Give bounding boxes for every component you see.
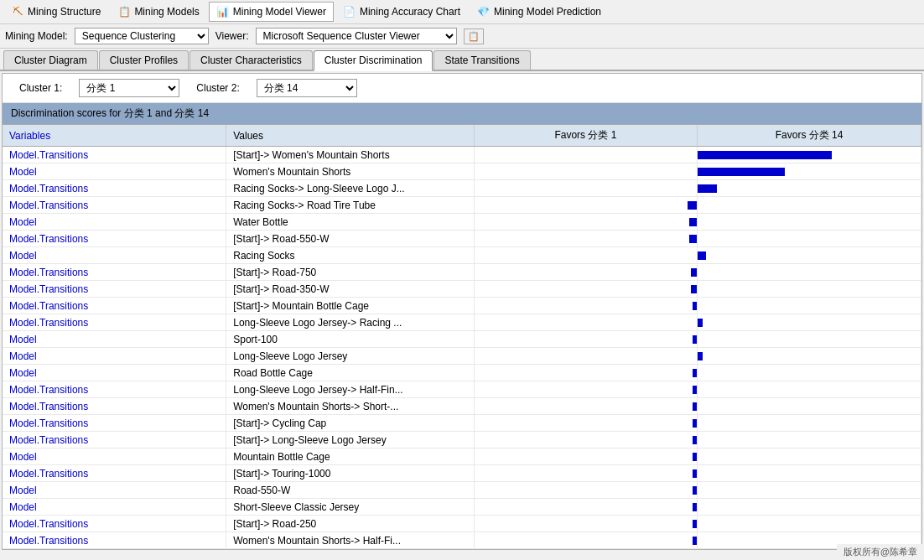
discrimination-header: Discrimination scores for 分类 1 and 分类 14 xyxy=(3,103,921,125)
tab-mining-prediction-label: Mining Model Prediction xyxy=(494,6,601,18)
cell-value: Women's Mountain Shorts xyxy=(226,163,474,180)
cell-favors1 xyxy=(474,231,698,247)
table-body: Model.Transitions[Start]-> Women's Mount… xyxy=(3,147,921,549)
table-row: ModelShort-Sleeve Classic Jersey xyxy=(3,499,921,516)
discrimination-header-text: Discrimination scores for 分类 1 and 分类 14 xyxy=(11,107,209,119)
cell-favors14 xyxy=(698,465,921,482)
tab-mining-model-viewer[interactable]: 📊 Mining Model Viewer xyxy=(209,2,334,22)
cell-favors14 xyxy=(698,482,921,499)
sub-tabs: Cluster Diagram Cluster Profiles Cluster… xyxy=(0,49,924,71)
cell-variable: Model.Transitions xyxy=(3,231,226,247)
cell-value: [Start]-> Road-550-W xyxy=(226,231,474,247)
cell-favors14 xyxy=(698,432,921,449)
col-header-favors14: Favors 分类 14 xyxy=(698,125,921,147)
cell-variable: Model xyxy=(3,449,226,465)
model-row: Mining Model: Sequence Clustering Viewer… xyxy=(0,24,924,49)
sub-tab-cluster-diagram[interactable]: Cluster Diagram xyxy=(3,50,98,70)
col-header-favors1: Favors 分类 1 xyxy=(474,125,698,147)
cell-variable: Model.Transitions xyxy=(3,264,226,281)
col-header-variables: Variables xyxy=(3,125,226,147)
cell-value: [Start]-> Mountain Bottle Cage xyxy=(226,298,474,314)
cell-favors1 xyxy=(474,532,698,549)
cell-value: Road-550-W xyxy=(226,482,474,499)
cell-favors1 xyxy=(474,499,698,516)
cell-value: [Start]-> Women's Mountain Shorts xyxy=(226,147,474,163)
tab-mining-models[interactable]: 📋 Mining Models xyxy=(110,2,206,22)
cluster2-select[interactable]: 分类 14 xyxy=(257,79,357,97)
col-header-values: Values xyxy=(226,125,474,147)
sub-tab-cluster-discrimination[interactable]: Cluster Discrimination xyxy=(314,50,433,71)
table-row: ModelWater Bottle xyxy=(3,214,921,231)
sub-tab-state-transitions[interactable]: State Transitions xyxy=(433,50,530,70)
mining-model-label: Mining Model: xyxy=(5,30,68,42)
cell-favors1 xyxy=(474,398,698,415)
tab-mining-structure[interactable]: ⛏ Mining Structure xyxy=(3,2,108,22)
cell-value: [Start]-> Touring-1000 xyxy=(226,465,474,482)
table-row: ModelMountain Bottle Cage xyxy=(3,449,921,465)
cell-favors1 xyxy=(474,381,698,398)
cluster-selector-row: Cluster 1: 分类 1 Cluster 2: 分类 14 xyxy=(3,74,921,103)
cell-favors14 xyxy=(698,264,921,281)
discrimination-table: Variables Values Favors 分类 1 Favors 分类 1… xyxy=(3,125,921,549)
cell-value: [Start]-> Cycling Cap xyxy=(226,415,474,432)
mining-accuracy-icon: 📄 xyxy=(343,5,356,18)
cell-value: Racing Socks-> Long-Sleeve Logo J... xyxy=(226,180,474,197)
cell-variable: Model xyxy=(3,163,226,180)
cell-favors1 xyxy=(474,281,698,298)
cell-favors14 xyxy=(698,298,921,314)
viewer-label: Viewer: xyxy=(215,30,249,42)
cell-favors14 xyxy=(698,180,921,197)
cell-variable: Model.Transitions xyxy=(3,465,226,482)
cell-favors14 xyxy=(698,247,921,264)
cell-favors1 xyxy=(474,147,698,163)
cell-favors1 xyxy=(474,298,698,314)
copyright-bar: 版权所有@陈希章 xyxy=(837,544,924,552)
mining-models-icon: 📋 xyxy=(117,5,131,18)
viewer-select[interactable]: Microsoft Sequence Cluster Viewer xyxy=(256,28,457,44)
table-row: ModelRoad Bottle Cage xyxy=(3,365,921,381)
table-row: Model.TransitionsLong-Sleeve Logo Jersey… xyxy=(3,314,921,331)
tab-mining-accuracy-chart[interactable]: 📄 Mining Accuracy Chart xyxy=(335,2,468,22)
sub-tab-cluster-profiles[interactable]: Cluster Profiles xyxy=(99,50,189,70)
mining-model-viewer-icon: 📊 xyxy=(216,5,230,18)
cell-value: [Start]-> Road-250 xyxy=(226,516,474,532)
cell-favors1 xyxy=(474,348,698,365)
sub-tab-cluster-characteristics[interactable]: Cluster Characteristics xyxy=(189,50,313,70)
cell-value: Long-Sleeve Logo Jersey-> Racing ... xyxy=(226,314,474,331)
tab-mining-model-prediction[interactable]: 💎 Mining Model Prediction xyxy=(470,2,609,22)
table-header-row: Variables Values Favors 分类 1 Favors 分类 1… xyxy=(3,125,921,147)
cell-favors14 xyxy=(698,331,921,348)
tab-mining-model-viewer-label: Mining Model Viewer xyxy=(233,6,326,18)
cell-value: Water Bottle xyxy=(226,214,474,231)
cell-favors14 xyxy=(698,516,921,532)
mining-prediction-icon: 💎 xyxy=(477,5,491,18)
cell-variable: Model.Transitions xyxy=(3,415,226,432)
cell-favors1 xyxy=(474,432,698,449)
cell-favors1 xyxy=(474,180,698,197)
cell-value: Sport-100 xyxy=(226,331,474,348)
cell-favors1 xyxy=(474,482,698,499)
cell-favors14 xyxy=(698,381,921,398)
cell-variable: Model xyxy=(3,499,226,516)
cell-value: Racing Socks xyxy=(226,247,474,264)
table-row: Model.Transitions[Start]-> Touring-1000 xyxy=(3,465,921,482)
cell-favors14 xyxy=(698,197,921,214)
cell-favors14 xyxy=(698,398,921,415)
cell-favors14 xyxy=(698,499,921,516)
cell-variable: Model.Transitions xyxy=(3,147,226,163)
cell-variable: Model xyxy=(3,348,226,365)
cell-favors1 xyxy=(474,465,698,482)
mining-model-select[interactable]: Sequence Clustering xyxy=(75,28,209,44)
copy-button[interactable]: 📋 xyxy=(464,29,484,44)
cell-value: Short-Sleeve Classic Jersey xyxy=(226,499,474,516)
table-row: Model.Transitions[Start]-> Road-250 xyxy=(3,516,921,532)
cell-value: Racing Socks-> Road Tire Tube xyxy=(226,197,474,214)
cluster1-select[interactable]: 分类 1 xyxy=(79,79,179,97)
cell-favors1 xyxy=(474,163,698,180)
cell-favors1 xyxy=(474,331,698,348)
cell-favors14 xyxy=(698,348,921,365)
cell-value: Long-Sleeve Logo Jersey xyxy=(226,348,474,365)
cell-variable: Model.Transitions xyxy=(3,180,226,197)
table-row: Model.Transitions[Start]-> Long-Sleeve L… xyxy=(3,432,921,449)
table-container[interactable]: Variables Values Favors 分类 1 Favors 分类 1… xyxy=(3,125,921,549)
